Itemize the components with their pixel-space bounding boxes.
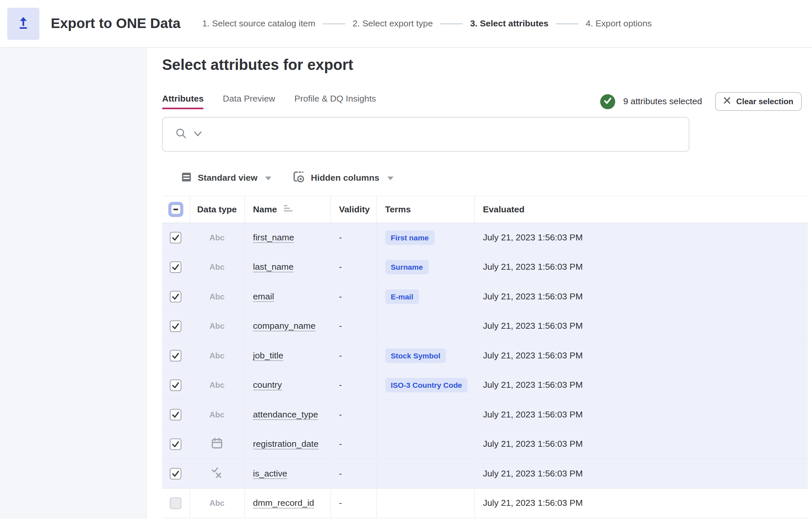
checkmark-icon [171,262,180,272]
page-title: Export to ONE Data [51,16,180,32]
validity-cell: - [330,370,377,400]
row-checkbox[interactable] [170,350,181,362]
upload-icon [16,15,31,32]
string-type-label: Abc [209,380,225,390]
attribute-search [162,117,689,152]
attribute-name-link[interactable]: company_name [253,321,316,331]
string-type-label: Abc [209,321,225,330]
section-title: Select attributes for export [162,54,812,75]
wizard-stepper: 1. Select source catalog item 2. Select … [202,19,652,29]
clear-selection-button[interactable]: Clear selection [715,92,802,111]
data-type-cell: Abc [190,311,244,341]
term-badge[interactable]: Surname [385,260,429,274]
evaluated-cell: July 21, 2023 1:56:03 PM [474,282,808,311]
table-header-row: Data type Name [162,196,808,223]
step-select-export-type[interactable]: 2. Select export type [353,19,433,29]
check-circle-icon [603,96,612,107]
validity-cell: - [330,223,377,252]
validity-cell: - [330,459,377,488]
row-checkbox[interactable] [170,291,181,302]
table-row: Abc email - E-mail [162,282,808,311]
step-select-source[interactable]: 1. Select source catalog item [202,19,315,29]
term-badge[interactable]: Stock Symbol [385,348,446,363]
terms-cell [377,488,474,518]
sort-icon[interactable] [283,204,293,214]
string-type-label: Abc [209,410,225,419]
checkmark-icon [171,351,180,361]
validity-cell: - [330,341,377,370]
checkmark-icon [171,292,180,301]
hidden-columns-dropdown[interactable]: Hidden columns [292,171,394,186]
row-checkbox[interactable] [170,232,181,243]
step-separator [440,23,463,24]
data-type-cell: Abc [190,400,244,429]
evaluated-cell: July 21, 2023 1:56:03 PM [474,252,808,282]
terms-cell: E-mail [377,282,474,311]
validity-cell: - [330,311,377,341]
export-logo-button[interactable] [7,7,39,39]
term-badge[interactable]: First name [385,230,434,245]
table-row: Abc job_title - Stock S [162,341,808,370]
evaluated-cell: July 21, 2023 1:56:03 PM [474,429,808,459]
tab-profile-dq-insights[interactable]: Profile & DQ Insights [294,94,376,109]
attribute-name-link[interactable]: last_name [253,262,293,272]
attribute-name-link[interactable]: registration_date [253,439,319,449]
row-checkbox[interactable] [170,438,181,450]
selected-count-text: 9 attributes selected [624,96,702,107]
terms-cell: First name [377,223,474,252]
step-separator [556,23,579,24]
row-checkbox[interactable] [170,320,181,332]
step-separator [323,23,345,24]
evaluated-cell: July 21, 2023 1:56:03 PM [474,400,808,429]
column-header-validity: Validity [330,196,377,223]
row-checkbox[interactable] [170,468,181,480]
search-filter-chevron-icon[interactable] [194,129,202,139]
table-row: Abc dmm_record_id - [162,488,808,518]
clear-selection-label: Clear selection [736,97,793,106]
view-selector-label: Standard view [198,173,258,183]
tab-bar: Attributes Data Preview Profile & DQ Ins… [162,94,376,109]
terms-cell: Stock Symbol [377,341,474,370]
attribute-name-link[interactable]: is_active [253,468,287,479]
table-row: Abc last_name - Surname [162,252,808,282]
row-checkbox[interactable] [170,379,181,391]
table-row: registration_date - July 21, 2023 1:56:0… [162,429,808,459]
attribute-name-link[interactable]: email [253,291,274,301]
attribute-name-link[interactable]: attendance_type [253,409,318,420]
string-type-label: Abc [209,498,225,508]
row-checkbox[interactable] [170,261,181,273]
step-select-attributes[interactable]: 3. Select attributes [470,19,548,29]
term-badge[interactable]: ISO-3 Country Code [385,378,468,393]
checkmark-icon [171,439,180,449]
row-checkbox[interactable] [170,497,181,509]
selection-summary: 9 attributes selected Clear selection [600,92,802,111]
attribute-name-link[interactable]: job_title [253,350,283,361]
select-all-checkbox[interactable] [168,202,183,217]
validity-cell: - [330,252,377,282]
evaluated-cell: July 21, 2023 1:56:03 PM [474,341,808,370]
view-selector-dropdown[interactable]: Standard view [181,171,271,185]
step-export-options[interactable]: 4. Export options [586,19,652,29]
tab-data-preview[interactable]: Data Preview [223,94,276,109]
validity-cell: - [330,282,377,311]
attribute-name-link[interactable]: country [253,380,282,390]
left-sidebar [0,48,146,519]
column-header-terms: Terms [377,196,474,223]
validity-cell: - [330,488,377,518]
evaluated-cell: July 21, 2023 1:56:03 PM [474,488,808,518]
data-type-cell: Abc [190,282,244,311]
wizard-header: Export to ONE Data 1. Select source cata… [0,0,812,48]
string-type-label: Abc [209,262,225,271]
checkmark-icon [171,321,180,331]
column-header-name: Name [253,204,277,214]
search-icon [175,127,187,141]
attribute-name-link[interactable]: dmm_record_id [253,498,314,508]
attribute-name-link[interactable]: first_name [253,232,294,242]
chevron-down-icon [265,176,271,180]
row-checkbox[interactable] [170,409,181,421]
term-badge[interactable]: E-mail [385,289,419,304]
tab-attributes[interactable]: Attributes [162,94,203,109]
data-type-cell [190,429,244,459]
search-input[interactable] [209,117,689,151]
terms-cell: Surname [377,252,474,282]
